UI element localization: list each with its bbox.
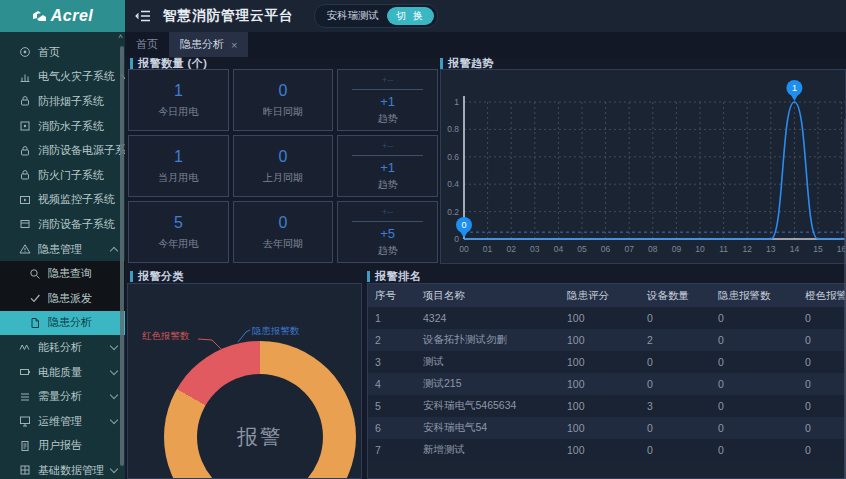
svg-text:1: 1	[454, 97, 459, 107]
sidebar-item-视频监控子系统[interactable]: 视频监控子系统	[0, 188, 125, 213]
alarm-trend-panel-title: 报警趋势	[440, 57, 494, 69]
stat-label: 当月用电	[158, 171, 198, 185]
table-cell: 0	[711, 439, 798, 461]
sidebar-item-隐患分析[interactable]: 隐患分析	[0, 311, 125, 336]
sidebar-item-用户报告[interactable]: 用户报告	[0, 434, 125, 459]
sidebar-item-防排烟子系统[interactable]: 防排烟子系统	[0, 89, 125, 114]
sidebar-item-label: 隐患查询	[48, 266, 92, 281]
sidebar-item-基础数据管理[interactable]: 基础数据管理	[0, 458, 125, 479]
tab-隐患分析[interactable]: 隐患分析×	[169, 32, 248, 57]
svg-text:13: 13	[766, 244, 776, 254]
table-cell: 100	[560, 439, 640, 461]
page-title: 智慧消防管理云平台	[163, 7, 294, 25]
sidebar-item-电气火灾子系统[interactable]: 电气火灾子系统	[0, 65, 125, 90]
stat-value: 5	[174, 214, 183, 232]
svg-text:10: 10	[695, 244, 705, 254]
sidebar-item-label: 首页	[38, 45, 60, 60]
stat-card: 1当月用电	[128, 135, 229, 197]
trend-top-value: +--	[382, 75, 393, 85]
column-header: 设备数量	[640, 284, 711, 307]
table-cell: 100	[560, 307, 640, 329]
trend-divider	[352, 89, 423, 90]
chevron-down-icon	[110, 465, 118, 473]
svg-text:02: 02	[506, 244, 516, 254]
brand-name: Acrel	[51, 7, 94, 25]
sidebar-item-label: 电气火灾子系统	[38, 69, 115, 84]
sidebar-item-消防水子系统[interactable]: 消防水子系统	[0, 114, 125, 139]
table-cell: 4324	[416, 307, 560, 329]
sidebar-item-运维管理[interactable]: 运维管理	[0, 409, 125, 434]
svg-text:07: 07	[624, 244, 634, 254]
stat-card: 5今年用电	[128, 201, 229, 263]
sidebar-item-隐患管理[interactable]: 隐患管理	[0, 237, 125, 262]
column-header: 隐患报警数	[711, 284, 798, 307]
switch-org-button[interactable]: 切 换	[387, 7, 434, 25]
collapse-sidebar-icon[interactable]	[135, 10, 151, 22]
sidebar-item-电能质量[interactable]: 电能质量	[0, 360, 125, 385]
table-cell: 0	[711, 329, 798, 351]
app-root: Acrel 首页电气火灾子系统防排烟子系统消防水子系统消防设备电源子系统防火门子…	[0, 0, 846, 479]
svg-text:01: 01	[483, 244, 493, 254]
sidebar-item-label: 视频监控子系统	[38, 192, 115, 207]
column-header: 橙色报警数	[798, 284, 846, 307]
organization-name: 安科瑞测试	[327, 9, 380, 23]
table-cell: 0	[711, 351, 798, 373]
sidebar-item-能耗分析[interactable]: 能耗分析	[0, 335, 125, 360]
table-cell: 2	[640, 329, 711, 351]
sidebar-item-需量分析[interactable]: 需量分析	[0, 384, 125, 409]
sidebar-item-首页[interactable]: 首页	[0, 40, 125, 65]
sidebar-item-隐患查询[interactable]: 隐患查询	[0, 261, 125, 286]
stat-card: 0去年同期	[233, 201, 334, 263]
sidebar-item-label: 用户报告	[38, 438, 82, 453]
sidebar-item-label: 隐患分析	[48, 315, 92, 330]
tab-close-icon[interactable]: ×	[231, 40, 237, 50]
sidebar-item-label: 消防水子系统	[38, 119, 104, 134]
trend-top-value: +--	[382, 141, 393, 151]
chevron-up-icon	[110, 246, 118, 254]
table-cell: 0	[711, 373, 798, 395]
sidebar-item-label: 防火门子系统	[38, 168, 104, 183]
table-cell: 0	[640, 417, 711, 439]
svg-text:1: 1	[792, 83, 797, 93]
lock-icon	[19, 145, 31, 157]
tab-首页[interactable]: 首页	[125, 32, 169, 57]
svg-text:12: 12	[742, 244, 752, 254]
sidebar-item-消防设备电源子系统[interactable]: 消防设备电源子系统	[0, 138, 125, 163]
trend-divider	[352, 155, 423, 156]
brand-logo[interactable]: Acrel	[0, 0, 125, 32]
table-cell: 3	[368, 351, 416, 373]
table-cell: 0	[798, 373, 846, 395]
alarm-ranking-table: 序号项目名称隐患评分设备数量隐患报警数橙色报警数143241000002设备拓扑…	[368, 284, 846, 461]
table-cell: 7	[368, 439, 416, 461]
organization-badge: 安科瑞测试 切 换	[314, 4, 438, 28]
sidebar-item-防火门子系统[interactable]: 防火门子系统	[0, 163, 125, 188]
table-cell: 设备拓扑测试勿删	[416, 329, 560, 351]
check-icon	[29, 292, 41, 304]
sidebar-menu: 首页电气火灾子系统防排烟子系统消防水子系统消防设备电源子系统防火门子系统视频监控…	[0, 40, 125, 479]
table-cell: 0	[640, 439, 711, 461]
chevron-down-icon	[110, 342, 118, 350]
database-icon	[19, 464, 31, 476]
sidebar-scrollbar[interactable]	[120, 46, 124, 466]
table-row: 6安科瑞电气54100000	[368, 417, 846, 439]
main-content: 报警数量 (个) 1今日用电0昨日同期+--+1趋势1当月用电0上月同期+--+…	[125, 57, 846, 479]
alarm-count-panel-title: 报警数量 (个)	[130, 57, 207, 69]
list-icon	[19, 391, 31, 403]
table-cell: 0	[711, 395, 798, 417]
file-icon	[29, 317, 41, 329]
table-cell: 2	[368, 329, 416, 351]
sidebar-item-label: 电能质量	[38, 365, 82, 380]
sidebar-item-隐患派发[interactable]: 隐患派发	[0, 286, 125, 311]
table-cell: 0	[640, 307, 711, 329]
table-cell: 100	[560, 395, 640, 417]
sidebar-scroll-up-icon[interactable]: ˄	[118, 33, 123, 41]
pie-label-红色报警数: 红色报警数	[142, 330, 190, 343]
svg-text:0: 0	[454, 234, 459, 244]
donut-center-label: 报警	[197, 374, 323, 479]
sidebar-item-label: 能耗分析	[38, 340, 82, 355]
table-row: 2设备拓扑测试勿删100200	[368, 329, 846, 351]
stat-label: 去年同期	[263, 237, 303, 251]
sidebar-item-消防设备子系统[interactable]: 消防设备子系统	[0, 212, 125, 237]
sidebar-item-label: 消防设备电源子系统	[38, 143, 125, 158]
table-cell: 0	[798, 395, 846, 417]
